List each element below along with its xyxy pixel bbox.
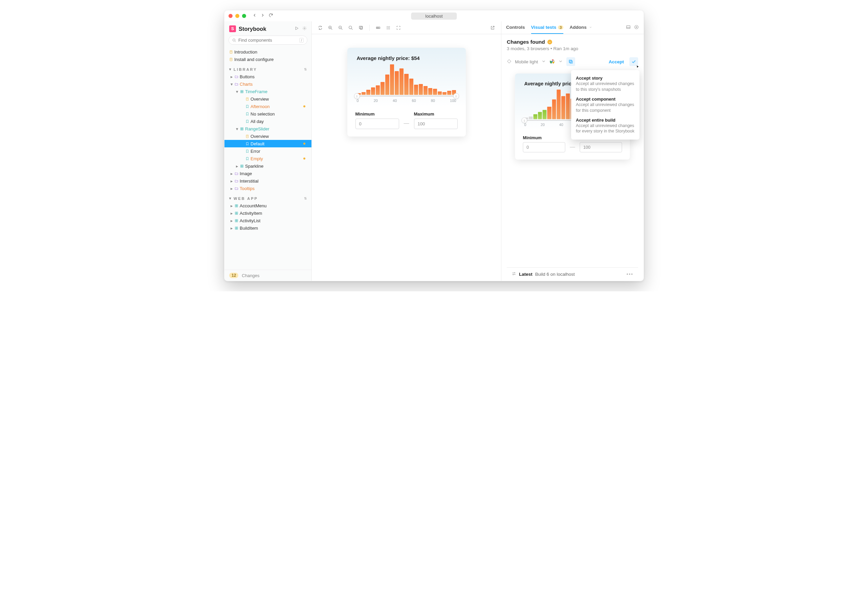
browser-nav bbox=[252, 13, 273, 19]
slider-track[interactable]: || || bbox=[357, 96, 456, 97]
play-icon[interactable] bbox=[294, 26, 299, 32]
accept-story-item[interactable]: Accept story Accept all unreviewed chang… bbox=[571, 74, 640, 94]
zoom-out-icon[interactable] bbox=[336, 23, 345, 32]
svg-rect-6 bbox=[241, 91, 242, 93]
tree-component-activityitem[interactable]: ▸ActivityItem bbox=[224, 209, 311, 217]
more-icon[interactable]: ••• bbox=[627, 272, 634, 277]
snapshot-min-input[interactable] bbox=[523, 142, 565, 152]
bar bbox=[447, 91, 451, 95]
back-button[interactable] bbox=[252, 13, 257, 19]
outline-icon[interactable] bbox=[394, 23, 403, 32]
accept-button[interactable]: Accept bbox=[609, 59, 624, 64]
footer-build-info: Build 6 on localhost bbox=[535, 272, 575, 277]
changes-label: Changes bbox=[242, 273, 259, 278]
section-header[interactable]: ▾WEB APP⇅ bbox=[224, 192, 311, 202]
snapshot-handle-min[interactable]: || bbox=[522, 118, 527, 123]
bar bbox=[399, 68, 404, 95]
tree-component-accountmenu[interactable]: ▸AccountMenu bbox=[224, 202, 311, 209]
svg-rect-30 bbox=[235, 227, 236, 228]
search-input[interactable]: / bbox=[228, 36, 307, 45]
accept-build-item[interactable]: Accept entire build Accept all unreviewe… bbox=[571, 116, 640, 136]
slider-handle-min[interactable]: || bbox=[354, 93, 360, 99]
bar bbox=[552, 100, 556, 119]
tab-addons[interactable]: Addons bbox=[569, 21, 592, 34]
tree-story-no-selection[interactable]: No selection bbox=[224, 110, 311, 118]
close-panel-icon[interactable] bbox=[634, 25, 639, 31]
svg-rect-24 bbox=[235, 213, 236, 214]
zoom-reset-icon[interactable] bbox=[346, 23, 355, 32]
tree-component-timeframe[interactable]: ▾TimeFrame bbox=[224, 88, 311, 95]
viewport-icon[interactable] bbox=[356, 23, 365, 32]
swap-icon[interactable] bbox=[512, 271, 516, 277]
forward-button[interactable] bbox=[261, 13, 265, 19]
sidebar-footer[interactable]: 12 Changes bbox=[224, 270, 311, 281]
svg-rect-10 bbox=[242, 127, 243, 128]
bar bbox=[390, 64, 394, 95]
bar bbox=[362, 92, 365, 95]
maximize-window-button[interactable] bbox=[242, 14, 246, 18]
svg-rect-38 bbox=[360, 27, 362, 29]
accept-dropdown: Accept story Accept all unreviewed chang… bbox=[571, 70, 640, 139]
search-field[interactable] bbox=[238, 38, 299, 43]
batch-accept-button[interactable] bbox=[629, 57, 638, 66]
doc-install[interactable]: Install and configure bbox=[224, 56, 311, 63]
tree-story-default[interactable]: Default bbox=[224, 140, 311, 147]
tree-component-activitylist[interactable]: ▸ActivityList bbox=[224, 217, 311, 224]
snapshot-max-input[interactable] bbox=[580, 142, 622, 152]
bar bbox=[404, 74, 408, 95]
zoom-in-icon[interactable] bbox=[326, 23, 335, 32]
addon-footer: Latest Build 6 on localhost ••• bbox=[507, 267, 638, 281]
tree-component-sparkline[interactable]: ▸Sparkline bbox=[224, 162, 311, 170]
traffic-lights bbox=[228, 14, 246, 18]
bar bbox=[538, 112, 542, 119]
tree-folder-tooltips[interactable]: ▸Tooltips bbox=[224, 185, 311, 192]
changes-count-badge: 12 bbox=[229, 273, 238, 278]
svg-rect-20 bbox=[235, 206, 236, 207]
svg-rect-18 bbox=[235, 204, 236, 205]
tree-story-error[interactable]: Error bbox=[224, 147, 311, 155]
tree-story-all-day[interactable]: All day bbox=[224, 118, 311, 125]
minimize-window-button[interactable] bbox=[235, 14, 239, 18]
reload-button[interactable] bbox=[268, 13, 273, 19]
status-warning-icon: − bbox=[547, 40, 552, 44]
chrome-icon[interactable] bbox=[549, 59, 555, 64]
tree-doc-overview[interactable]: Overview bbox=[224, 95, 311, 103]
bar bbox=[533, 114, 538, 119]
measure-icon[interactable] bbox=[374, 23, 382, 32]
address-bar[interactable]: localhost bbox=[411, 12, 457, 20]
gear-icon[interactable] bbox=[302, 26, 307, 32]
svg-point-48 bbox=[389, 28, 390, 29]
section-header[interactable]: ▾LIBRARY⇅ bbox=[224, 63, 311, 73]
svg-rect-25 bbox=[237, 213, 237, 214]
tree-folder-charts[interactable]: ▾Charts bbox=[224, 80, 311, 88]
tree-story-empty[interactable]: Empty bbox=[224, 155, 311, 162]
panel-position-icon[interactable] bbox=[626, 25, 631, 31]
tree-folder-buttons[interactable]: ▸Buttons bbox=[224, 73, 311, 80]
grid-icon[interactable] bbox=[384, 23, 393, 32]
svg-rect-12 bbox=[242, 129, 243, 130]
diff-toggle-button[interactable] bbox=[566, 57, 575, 66]
close-window-button[interactable] bbox=[228, 14, 233, 18]
chevron-down-icon bbox=[541, 59, 546, 65]
min-input[interactable] bbox=[355, 119, 399, 129]
mode-selector[interactable]: Mobile light bbox=[515, 59, 538, 64]
tree-doc-overview[interactable]: Overview bbox=[224, 133, 311, 140]
changes-found-title: Changes found bbox=[507, 39, 545, 45]
tree-story-afternoon[interactable]: Afternoon bbox=[224, 103, 311, 110]
slider-handle-max[interactable]: || bbox=[453, 93, 459, 99]
tree-folder-interstitial[interactable]: ▸Interstitial bbox=[224, 177, 311, 185]
tab-visual-tests[interactable]: Visual tests 3 bbox=[531, 21, 564, 34]
max-input[interactable] bbox=[414, 119, 458, 129]
doc-introduction[interactable]: Introduction bbox=[224, 48, 311, 56]
open-new-tab-icon[interactable] bbox=[488, 23, 497, 32]
addon-tabs: Controls Visual tests 3 Addons bbox=[501, 21, 644, 34]
accept-component-item[interactable]: Accept component Accept all unreviewed c… bbox=[571, 94, 640, 116]
svg-point-45 bbox=[389, 28, 390, 28]
search-shortcut: / bbox=[299, 38, 304, 43]
tree-folder-image[interactable]: ▸Image bbox=[224, 170, 311, 177]
tree-component-builditem[interactable]: ▸BuildItem bbox=[224, 224, 311, 232]
tab-controls[interactable]: Controls bbox=[506, 21, 525, 34]
sync-icon[interactable] bbox=[316, 23, 325, 32]
tree-component-rangeslider[interactable]: ▾RangeSlider bbox=[224, 125, 311, 133]
cursor-icon bbox=[635, 65, 640, 70]
